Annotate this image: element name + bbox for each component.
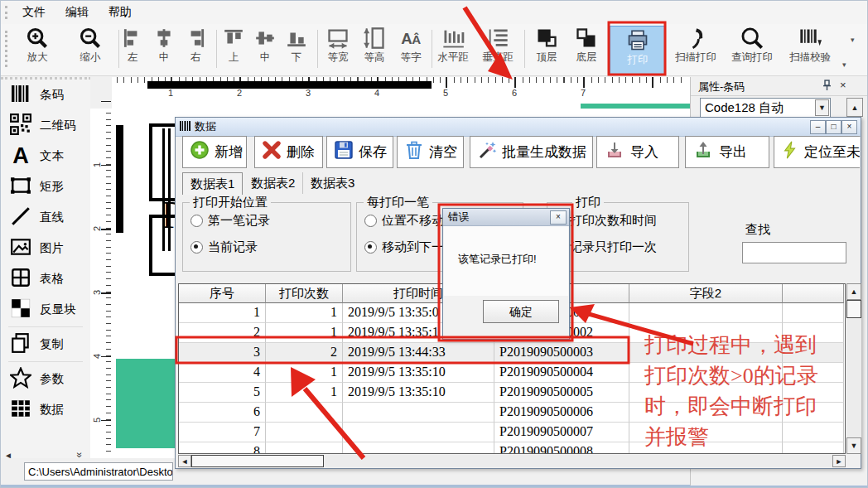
- scroll-thumb[interactable]: [846, 300, 861, 318]
- scan-print-button[interactable]: 扫描打印: [668, 27, 723, 73]
- cell-seq[interactable]: 2: [179, 323, 266, 343]
- toolbar-options-chevron-icon[interactable]: ▾: [851, 36, 855, 44]
- cell-time[interactable]: [343, 403, 494, 423]
- cell-seq[interactable]: 7: [179, 423, 266, 442]
- cell-time[interactable]: [343, 423, 494, 442]
- combo-dropdown-icon[interactable]: ▼: [815, 99, 829, 116]
- scroll-left-icon[interactable]: ◄: [178, 455, 191, 467]
- scroll-right-icon[interactable]: ►: [832, 455, 846, 467]
- align-top-button[interactable]: 上: [218, 27, 249, 73]
- sidebar-item-parameter[interactable]: 参数: [1, 364, 90, 394]
- sidebar-item-table[interactable]: 表格: [1, 263, 90, 294]
- bottom-layer-button[interactable]: 底层: [567, 27, 605, 73]
- cell-time[interactable]: [343, 442, 494, 454]
- equal-font-button[interactable]: AÂ 等字: [393, 27, 428, 73]
- cell-count[interactable]: 1: [266, 363, 343, 383]
- cell-count[interactable]: 1: [266, 303, 343, 323]
- tab-datasheet1[interactable]: 数据表1: [182, 172, 243, 195]
- sidebar-item-image[interactable]: 图片: [1, 233, 90, 263]
- scroll-up-icon[interactable]: ▲: [846, 283, 861, 300]
- clear-button[interactable]: 清空: [397, 136, 464, 168]
- cell-seq[interactable]: 5: [179, 383, 266, 403]
- error-close-button[interactable]: ×: [550, 210, 567, 225]
- delete-button[interactable]: 删除: [254, 136, 323, 168]
- error-dialog-titlebar[interactable]: 错误 ×: [443, 209, 569, 226]
- radio-no-move[interactable]: 位置不移动: [364, 213, 444, 229]
- cell-field1[interactable]: P2019090500003: [494, 343, 629, 363]
- equal-height-button[interactable]: 等高: [357, 27, 392, 73]
- cell-time[interactable]: 2019/9/5 13:44:33: [343, 343, 494, 363]
- cell-field1[interactable]: P2019090500004: [494, 363, 629, 383]
- cell-seq[interactable]: 6: [179, 403, 266, 423]
- cell-time[interactable]: 2019/9/5 13:35:10: [343, 383, 494, 403]
- pin-icon[interactable]: [822, 80, 832, 94]
- align-center-button[interactable]: 中: [148, 27, 180, 73]
- query-print-button[interactable]: 查询打印: [725, 27, 779, 73]
- save-button[interactable]: 保存: [326, 136, 393, 168]
- sidebar-item-line[interactable]: 直线: [1, 202, 90, 233]
- scroll-thumb[interactable]: [191, 455, 324, 467]
- cell-field1[interactable]: P2019090500005: [494, 383, 629, 403]
- sidebar-scroll-more-icon[interactable]: »: [74, 452, 85, 458]
- tab-datasheet2[interactable]: 数据表2: [244, 172, 303, 194]
- cell-field2[interactable]: [629, 303, 783, 323]
- align-bottom-button[interactable]: 下: [281, 27, 312, 73]
- top-layer-button[interactable]: 顶层: [528, 27, 566, 73]
- cell-time[interactable]: 2019/9/5 13:35:10: [343, 363, 494, 383]
- barcode-type-combo[interactable]: Code128 自动 ▼: [700, 98, 831, 118]
- sidebar-item-rectangle[interactable]: 矩形: [1, 172, 90, 202]
- cell-field1[interactable]: P2019090500006: [494, 403, 629, 423]
- sidebar-item-barcode[interactable]: 条码: [1, 80, 90, 110]
- column-header-seq[interactable]: 序号: [179, 284, 266, 303]
- minimize-button[interactable]: –: [810, 120, 826, 134]
- cell-seq[interactable]: 1: [179, 303, 266, 323]
- h-space-button[interactable]: 水平距: [432, 27, 475, 73]
- cell-count[interactable]: [266, 423, 343, 442]
- v-space-button[interactable]: 垂直距: [476, 27, 519, 73]
- cell-seq[interactable]: 4: [179, 363, 266, 383]
- menu-edit[interactable]: 编辑: [57, 1, 97, 24]
- cell-seq[interactable]: 3: [179, 343, 266, 363]
- close-button[interactable]: ×: [841, 120, 857, 134]
- zoom-in-button[interactable]: 放大: [14, 27, 60, 73]
- record-times-option[interactable]: 打印次数和时间: [570, 213, 657, 229]
- export-button[interactable]: 导出: [685, 136, 769, 168]
- align-left-button[interactable]: 左: [117, 27, 148, 73]
- ok-button[interactable]: 确定: [483, 300, 559, 323]
- cell-extra[interactable]: [783, 303, 844, 323]
- add-button[interactable]: 新增: [182, 136, 247, 168]
- cell-field1[interactable]: P2019090500008: [494, 442, 629, 454]
- scan-verify-button[interactable]: 扫描校验: [781, 27, 839, 73]
- import-button[interactable]: 导入: [596, 136, 679, 168]
- cell-count[interactable]: [266, 403, 343, 423]
- sidebar-item-copy[interactable]: 复制: [1, 329, 90, 360]
- cell-seq[interactable]: 8: [179, 442, 266, 454]
- cell-count[interactable]: [266, 442, 343, 454]
- cell-count[interactable]: 2: [266, 343, 343, 363]
- sidebar-item-text[interactable]: A文本: [1, 141, 90, 172]
- menu-file[interactable]: 文件: [14, 1, 54, 24]
- batch-generate-button[interactable]: 批量生成数据: [470, 136, 593, 168]
- print-button[interactable]: 打印: [610, 26, 666, 75]
- zoom-out-button[interactable]: 缩小: [67, 27, 113, 73]
- radio-first-record[interactable]: 第一笔记录: [190, 213, 270, 229]
- cell-count[interactable]: 1: [266, 383, 343, 403]
- print-once-option[interactable]: 记录只打印一次: [570, 239, 657, 255]
- sidebar-item-inverse[interactable]: 反显块: [1, 294, 90, 325]
- search-input[interactable]: [742, 242, 846, 263]
- horizontal-scrollbar[interactable]: ◄ ►: [178, 455, 846, 467]
- column-header-field2[interactable]: 字段2: [629, 284, 783, 303]
- close-icon[interactable]: ×: [840, 79, 846, 91]
- equal-width-button[interactable]: 等宽: [321, 27, 355, 73]
- tab-datasheet3[interactable]: 数据表3: [303, 172, 362, 194]
- align-middle-button[interactable]: 中: [249, 27, 281, 73]
- toolbar-overflow-chevron-icon[interactable]: ▾: [842, 60, 846, 69]
- column-header-count[interactable]: 打印次数: [266, 284, 343, 303]
- panel-scroll-up-icon[interactable]: ▲: [846, 98, 863, 117]
- sidebar-item-data[interactable]: 数据: [1, 394, 90, 425]
- radio-current-record[interactable]: 当前记录: [190, 239, 258, 255]
- align-right-button[interactable]: 右: [180, 27, 211, 73]
- cell-field1[interactable]: P2019090500007: [494, 423, 629, 442]
- cell-count[interactable]: 1: [266, 323, 343, 343]
- data-dialog-titlebar[interactable]: 数据 – □ ×: [176, 118, 861, 137]
